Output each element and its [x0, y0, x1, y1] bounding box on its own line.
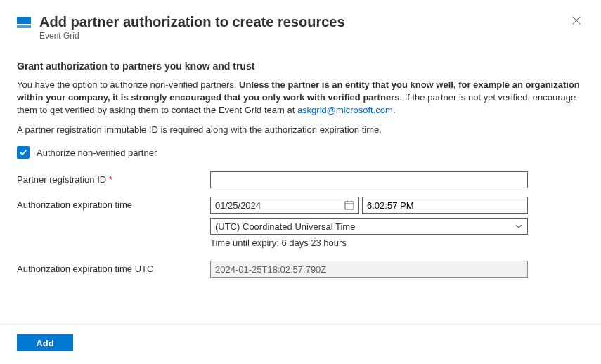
page-title: Add partner authorization to create reso…: [39, 13, 569, 31]
expiration-date-input[interactable]: 01/25/2024: [210, 197, 359, 214]
svg-rect-1: [17, 25, 31, 28]
calendar-icon: [344, 200, 354, 210]
intro-paragraph: You have the option to authorize non-ver…: [17, 79, 584, 117]
time-until-expiry: Time until expiry: 6 days 23 hours: [210, 238, 528, 248]
contact-email-link[interactable]: askgrid@microsoft.com: [297, 105, 393, 115]
requirement-text: A partner registration immutable ID is r…: [17, 124, 584, 136]
page-subtitle: Event Grid: [39, 31, 569, 41]
expiration-utc-input: [210, 261, 528, 278]
close-button[interactable]: [569, 13, 584, 30]
add-button[interactable]: Add: [17, 334, 73, 351]
timezone-select[interactable]: (UTC) Coordinated Universal Time: [210, 218, 528, 235]
checkmark-icon: [19, 148, 27, 157]
expiration-utc-label: Authorization expiration time UTC: [17, 261, 210, 274]
intro-end: .: [393, 105, 396, 115]
svg-rect-2: [345, 202, 354, 209]
registration-id-label: Partner registration ID *: [17, 171, 210, 185]
expiration-date-value: 01/25/2024: [215, 200, 344, 211]
close-icon: [571, 15, 581, 25]
footer-divider: [0, 324, 601, 325]
chevron-down-icon: [515, 222, 523, 230]
authorize-nonverified-checkbox[interactable]: [17, 146, 30, 159]
timezone-value: (UTC) Coordinated Universal Time: [215, 221, 515, 232]
intro-text: You have the option to authorize non-ver…: [17, 79, 239, 90]
panel-header: Add partner authorization to create reso…: [17, 13, 584, 41]
svg-rect-0: [17, 17, 31, 24]
expiration-time-input[interactable]: [362, 197, 528, 214]
checkbox-label: Authorize non-verified partner: [37, 148, 157, 158]
section-heading: Grant authorization to partners you know…: [17, 60, 584, 72]
registration-id-input[interactable]: [210, 171, 528, 188]
event-grid-icon: [17, 15, 31, 30]
required-indicator: *: [109, 174, 112, 185]
expiration-time-label: Authorization expiration time: [17, 197, 210, 210]
